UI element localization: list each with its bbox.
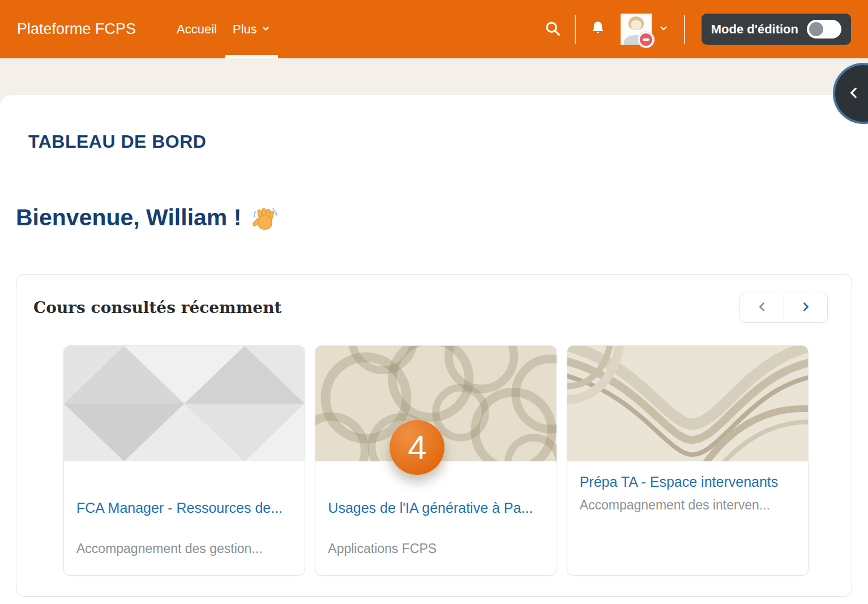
course-card-body: FCA Manager - Ressources de... Accompagn… (64, 461, 305, 568)
recent-courses-section: Cours consultés récemment (16, 274, 852, 597)
avatar (621, 14, 652, 45)
course-card-list: FCA Manager - Ressources de... Accompagn… (63, 345, 809, 576)
course-image-triangles[interactable] (64, 346, 305, 461)
chevron-down-icon (261, 22, 271, 37)
course-title-link[interactable]: FCA Manager - Ressources de... (76, 500, 292, 516)
recent-courses-header: Cours consultés récemment (33, 293, 828, 323)
course-card: FCA Manager - Ressources de... Accompagn… (63, 345, 305, 576)
nav-item-accueil[interactable]: Accueil (169, 0, 225, 58)
chevron-left-icon (846, 85, 861, 102)
greeting-text: Bienvenue, William ! (16, 204, 241, 231)
carousel-prev-button[interactable] (740, 293, 784, 322)
search-icon (544, 20, 561, 38)
main-content: TABLEAU DE BORD Bienvenue, William ! (0, 95, 868, 604)
course-category: Accompagnement des gestion... (76, 541, 292, 556)
course-card-body: Usages de l'IA générative à Pa... Applic… (315, 461, 556, 568)
primary-nav: Accueil Plus (169, 0, 279, 58)
edit-mode-box: Mode d'édition (702, 14, 851, 45)
search-button[interactable] (540, 17, 565, 42)
avatar-face (631, 20, 642, 30)
waving-hand-emoji (253, 207, 279, 233)
app-brand[interactable]: Plateforme FCPS (17, 20, 136, 38)
course-category: Accompagnement des interven... (580, 498, 796, 513)
header-divider (575, 15, 576, 44)
course-category: Applications FCPS (328, 541, 544, 556)
edit-mode-label: Mode d'édition (711, 22, 798, 37)
toggle-knob (809, 22, 823, 36)
header-divider (684, 15, 685, 44)
chevron-left-icon (756, 301, 768, 315)
course-card: Prépa TA - Espace intervenants Accompagn… (567, 345, 809, 576)
greeting-heading: Bienvenue, William ! (16, 204, 852, 231)
edit-mode-toggle[interactable] (807, 20, 841, 38)
nav-item-plus-label: Plus (233, 22, 257, 37)
click-count-badge: 4 (390, 420, 444, 475)
course-card-body: Prépa TA - Espace intervenants Accompagn… (567, 461, 808, 524)
course-card: 4 Usages de l'IA générative à Pa... Appl… (315, 345, 557, 576)
app-header: Plateforme FCPS Accueil Plus (0, 0, 868, 58)
course-title-link[interactable]: Prépa TA - Espace intervenants (580, 474, 796, 490)
nav-item-accueil-label: Accueil (177, 22, 217, 37)
course-title-link[interactable]: Usages de l'IA générative à Pa... (328, 500, 544, 516)
header-actions: Mode d'édition (540, 14, 851, 45)
do-not-disturb-badge (638, 31, 655, 48)
recent-courses-title: Cours consultés récemment (33, 298, 281, 317)
carousel-controls (739, 293, 828, 323)
bell-icon (589, 20, 606, 38)
chevron-down-icon (659, 23, 669, 36)
page-title: TABLEAU DE BORD (28, 95, 852, 152)
carousel-next-button[interactable] (784, 293, 827, 322)
course-image-waves[interactable] (567, 346, 808, 461)
notifications-button[interactable] (585, 17, 610, 42)
chevron-right-icon (799, 301, 812, 315)
user-menu[interactable] (621, 14, 669, 45)
nav-item-plus[interactable]: Plus (225, 0, 279, 58)
